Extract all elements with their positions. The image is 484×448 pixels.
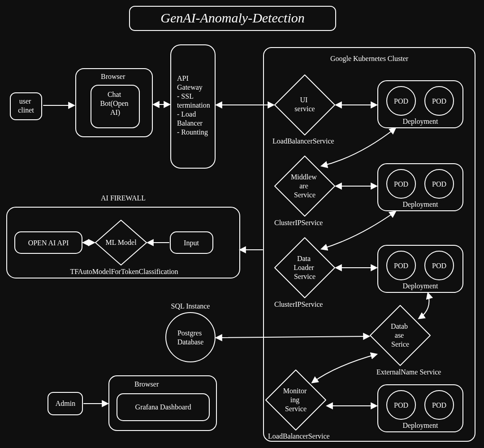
pod-label: POD — [394, 401, 408, 409]
ui-service-type: LoadBalancerService — [272, 137, 334, 145]
grafana-label: Grafana Dashboard — [135, 403, 191, 411]
arrow-db-monitoring — [312, 354, 376, 383]
pod-label: POD — [432, 262, 446, 270]
browser-label: Browser — [101, 73, 125, 80]
api-gateway-label: API Gateway - SSL termination - Load Bal… — [177, 74, 212, 136]
sql-instance-label: SQL Instance — [171, 302, 210, 310]
browser2-label: Browser — [134, 380, 159, 388]
pod-label: POD — [432, 97, 446, 105]
database-service-type: ExternalName Service — [376, 368, 441, 376]
postgres-label: Postgres Database — [177, 329, 204, 346]
pod-label: POD — [432, 401, 446, 409]
middleware-service-type: ClusterIPService — [274, 219, 323, 226]
arrow-dldeploy-db — [419, 293, 429, 318]
ui-service-label: UI service — [294, 96, 315, 113]
ml-model-label: ML Model — [105, 239, 137, 246]
monitoring-service-type: LoadBalancerService — [268, 432, 330, 440]
admin-label: Admin — [56, 400, 75, 407]
arrow-uideploy-middleware — [322, 128, 395, 166]
pod-label: POD — [394, 180, 408, 188]
pod-label: POD — [432, 180, 446, 188]
gke-cluster-label: Google Kubernetes Cluster — [330, 55, 409, 63]
ai-firewall-label: AI FIREWALL — [101, 194, 146, 202]
deployment-label: Deployment — [402, 200, 438, 209]
deployment-label: Deployment — [402, 422, 438, 430]
postgres-circle — [166, 313, 215, 362]
deployment-label: Deployment — [402, 117, 438, 126]
monitoring-service-label: Monitor ing Service — [283, 387, 308, 413]
dataloader-service-label: Data Loader Service — [294, 255, 315, 280]
openai-api-label: OPEN AI API — [28, 239, 69, 247]
arrow-middeploy-dataloader — [322, 212, 395, 249]
arrow-postgres-db — [216, 336, 369, 338]
input-label: Input — [184, 239, 199, 247]
chatbot-label: Chat Bot(Open AI) — [100, 91, 130, 117]
pod-label: POD — [394, 97, 408, 105]
deployment-label: Deployment — [402, 282, 438, 290]
pod-label: POD — [394, 262, 408, 270]
dataloader-service-type: ClusterIPService — [274, 300, 323, 308]
ml-model-desc: TFAutoModelForTokenClassification — [70, 268, 178, 275]
middleware-service-label: Middlew are Service — [291, 173, 319, 199]
page-title: GenAI-Anomaly-Detection — [160, 10, 305, 25]
user-client-label: user clinet — [18, 97, 34, 114]
database-service-label: Datab ase Serice — [391, 322, 410, 348]
